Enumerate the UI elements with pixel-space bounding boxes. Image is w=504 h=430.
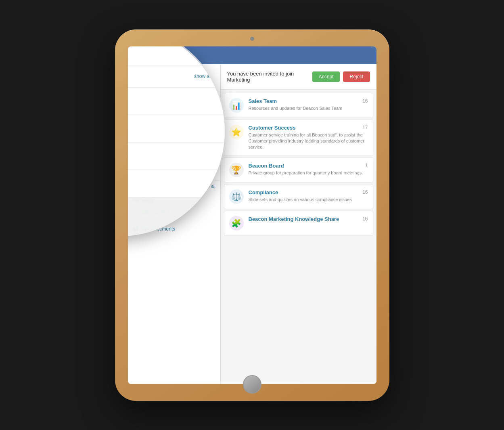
group-card-beacon-marketing[interactable]: 🧩 Beacon Marketing Knowledge Share 16 — [224, 211, 373, 236]
group-info: Customer Success 17 Customer service tra… — [249, 125, 368, 151]
magnify-org-type: Business — [128, 48, 137, 54]
group-info: Beacon Board 1 Private group for prepara… — [249, 163, 368, 176]
group-name-row: Beacon Board 1 — [249, 163, 368, 169]
magnify-item-customer-success[interactable]: 🏛 Customer Success — [128, 115, 225, 143]
ipad-screen: 🏰 Beacon Communic... Business Darcy · Re… — [128, 46, 376, 384]
group-name-row: Sales Team 16 — [249, 98, 368, 104]
beacon-board-group-icon: 🏆 — [229, 163, 244, 177]
group-info: Sales Team 16 Resources and updates for … — [249, 98, 368, 111]
group-count: 16 — [362, 189, 368, 195]
customer-success-group-icon: ⭐ — [229, 125, 244, 139]
groups-list: 📊 Sales Team 16 Resources and updates fo… — [221, 90, 376, 239]
group-name-row: Compliance 16 — [249, 189, 368, 195]
magnify-org-info: Beacon Communic... Business — [128, 46, 137, 55]
group-name-row: Beacon Marketing Knowledge Share 16 — [249, 216, 368, 222]
group-name: Beacon Board — [249, 163, 284, 169]
ipad-shell: 🏰 Beacon Communic... Business Darcy · Re… — [115, 29, 389, 401]
invite-banner: You have been invited to join Marketing … — [221, 64, 376, 90]
group-desc: Slide sets and quizzes on various compli… — [249, 197, 368, 203]
group-desc: Customer service training for all Beacon… — [249, 132, 368, 151]
magnify-item-compliance[interactable]: 🏛 Compliance — [128, 143, 225, 170]
accept-button[interactable]: Accept — [312, 71, 340, 82]
beacon-marketing-group-icon: 🧩 — [229, 216, 244, 231]
main-panel: You have been invited to join Marketing … — [221, 64, 376, 384]
group-name-row: Customer Success 17 — [249, 125, 368, 131]
group-info: Compliance 16 Slide sets and quizzes on … — [249, 189, 368, 203]
group-name: Customer Success — [249, 125, 296, 131]
group-card-customer-success[interactable]: ⭐ Customer Success 17 Customer service t… — [224, 120, 373, 156]
group-name: Beacon Marketing Knowledge Share — [249, 216, 339, 222]
group-card-sales-team[interactable]: 📊 Sales Team 16 Resources and updates fo… — [224, 93, 373, 118]
group-name: Sales Team — [249, 98, 277, 104]
group-count: 16 — [362, 216, 368, 222]
reject-button[interactable]: Reject — [343, 71, 370, 82]
group-desc: Resources and updates for Beacon Sales T… — [249, 105, 368, 111]
magnify-org-name: Beacon Communic... — [128, 46, 137, 48]
group-count: 16 — [362, 98, 368, 104]
group-count: 17 — [362, 125, 368, 130]
sales-team-group-icon: 📊 — [229, 98, 244, 113]
group-card-compliance[interactable]: ⚖️ Compliance 16 Slide sets and quizzes … — [224, 184, 373, 209]
invite-text: You have been invited to join Marketing — [227, 71, 312, 83]
invite-actions: Accept Reject — [312, 71, 370, 82]
group-name: Compliance — [249, 189, 278, 195]
magnify-item-sales-team[interactable]: 🏛 Sales Team — [128, 88, 225, 115]
group-card-beacon-board[interactable]: 🏆 Beacon Board 1 Private group for prepa… — [224, 157, 373, 182]
group-info: Beacon Marketing Knowledge Share 16 — [249, 216, 368, 222]
group-desc: Private group for preparation for quarte… — [249, 170, 368, 176]
group-count: 1 — [365, 163, 368, 168]
compliance-group-icon: ⚖️ — [229, 189, 244, 204]
